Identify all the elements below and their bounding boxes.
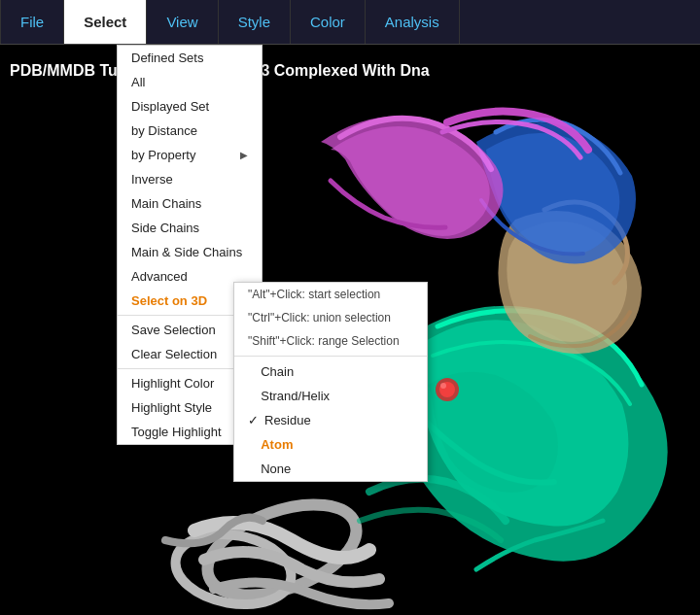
residue-label: Residue [264,413,311,427]
submenu-item-atom[interactable]: Atom [234,432,427,457]
hint-alt: "Alt"+Click: start selection [234,283,427,306]
menu-item-main-side-chains[interactable]: Main & Side Chains [118,240,262,264]
strand-helix-label: Strand/Helix [261,389,330,403]
menu-item-main-chains[interactable]: Main Chains [118,191,262,216]
menu-item-all[interactable]: All [118,70,262,94]
submenu-item-chain[interactable]: Chain [234,359,427,384]
atom-label: Atom [261,437,293,452]
menu-color[interactable]: Color [291,0,366,44]
residue-checkmark: ✓ [248,413,259,427]
menu-item-by-distance[interactable]: by Distance [118,119,262,143]
menu-select[interactable]: Select [64,0,147,44]
menu-item-by-property[interactable]: by Property [118,143,262,167]
submenu-item-strand-helix[interactable]: Strand/Helix [234,384,427,408]
hint-shift: "Shift"+Click: range Selection [234,329,427,353]
none-checkmark [248,461,255,476]
strand-helix-checkmark [248,389,255,403]
menu-view[interactable]: View [147,0,218,44]
svg-point-5 [440,383,446,389]
menubar: File Select View Style Color Analysis [0,0,700,45]
menu-item-side-chains[interactable]: Side Chains [118,216,262,240]
chain-label: Chain [261,364,294,379]
menu-item-inverse[interactable]: Inverse [118,167,262,191]
menu-analysis[interactable]: Analysis [366,0,460,44]
hint-ctrl: "Ctrl"+Click: union selection [234,306,427,329]
chain-checkmark [248,364,255,379]
menu-file[interactable]: File [0,0,64,44]
submenu-item-residue[interactable]: ✓ Residue [234,408,427,432]
atom-checkmark [248,437,255,452]
menu-item-displayed-set[interactable]: Displayed Set [118,94,262,119]
submenu-divider [234,356,427,357]
main-content: PDB/MMDB Tumor Suppressor P53 Complexed … [0,45,700,615]
menu-style[interactable]: Style [219,0,291,44]
select3d-submenu: "Alt"+Click: start selection "Ctrl"+Clic… [233,282,428,482]
none-label: None [261,461,291,476]
menu-item-defined-sets[interactable]: Defined Sets [118,46,262,70]
submenu-item-none[interactable]: None [234,457,427,481]
